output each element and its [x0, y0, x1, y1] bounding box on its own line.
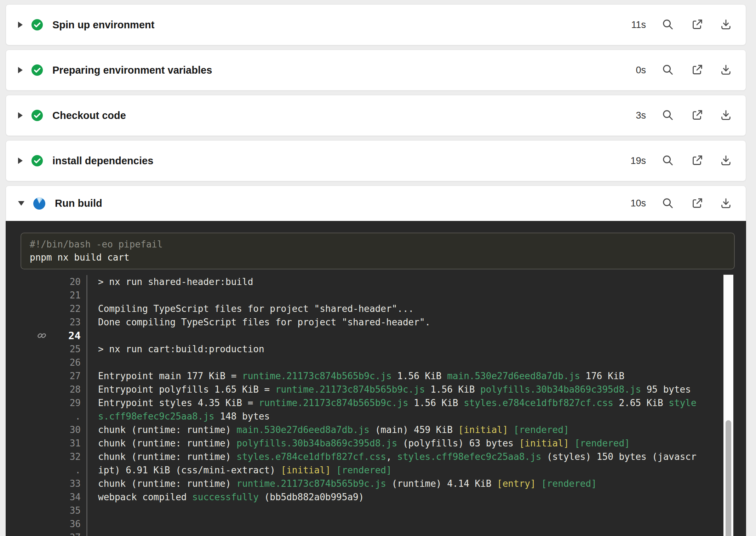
step-duration: 10s — [626, 198, 646, 209]
check-circle-icon — [31, 155, 43, 167]
line-number[interactable]: 23 — [6, 315, 81, 329]
open-in-new-button[interactable] — [690, 196, 704, 211]
line-number[interactable]: 27 — [6, 369, 81, 383]
log-text — [86, 504, 746, 517]
line-number[interactable]: 33 — [6, 477, 81, 490]
search-logs-button[interactable] — [661, 63, 675, 77]
log-text — [86, 329, 746, 342]
log-text: Entrypoint styles 4.35 KiB = runtime.211… — [86, 396, 746, 410]
terminal-scrollbar-track[interactable] — [723, 275, 733, 536]
log-line: 21 — [6, 289, 746, 302]
log-text: chunk (runtime: runtime) polyfills.30b34… — [86, 437, 746, 450]
step-row-spin-up-environment[interactable]: Spin up environment 11s — [6, 4, 746, 45]
check-circle-icon — [31, 109, 43, 121]
log-line: 33chunk (runtime: runtime) runtime.21173… — [6, 477, 746, 490]
download-logs-button[interactable] — [719, 108, 733, 122]
open-in-new-button[interactable] — [690, 63, 704, 77]
open-in-new-button[interactable] — [690, 108, 704, 122]
log-line: 35 — [6, 504, 746, 517]
caret-right-icon — [18, 112, 23, 119]
line-number[interactable]: 30 — [6, 423, 81, 437]
log-line: .ipt) 6.91 KiB (css/mini-extract) [initi… — [6, 463, 746, 477]
open-in-new-button[interactable] — [690, 154, 704, 168]
line-number[interactable]: 32 — [6, 450, 81, 463]
log-text — [86, 289, 746, 302]
download-logs-button[interactable] — [719, 196, 733, 211]
log-lines: 20> nx run shared-header:build2122Compil… — [6, 275, 746, 536]
log-text: Compiling TypeScript files for project "… — [86, 302, 746, 315]
log-text — [86, 356, 746, 369]
log-line: 29Entrypoint styles 4.35 KiB = runtime.2… — [6, 396, 746, 410]
log-text: > nx run cart:build:production — [86, 342, 746, 356]
line-number[interactable]: . — [6, 410, 81, 423]
search-logs-button[interactable] — [661, 196, 675, 211]
log-line: 23Done compiling TypeScript files for pr… — [6, 315, 746, 329]
log-text: s.cff98efec9c25aa8.js 148 bytes — [86, 410, 746, 423]
log-line: 32chunk (runtime: runtime) styles.e784ce… — [6, 450, 746, 463]
search-logs-button[interactable] — [661, 108, 675, 122]
check-circle-icon — [31, 64, 43, 76]
search-logs-button[interactable] — [661, 154, 675, 168]
step-title: install dependencies — [52, 155, 153, 167]
build-steps-page: Spin up environment 11s Preparing enviro… — [0, 4, 756, 536]
log-line: 24 — [6, 329, 746, 342]
line-number[interactable]: 31 — [6, 437, 81, 450]
log-text: Entrypoint main 177 KiB = runtime.21173c… — [86, 369, 746, 383]
line-number[interactable]: 21 — [6, 289, 81, 302]
download-logs-button[interactable] — [719, 18, 733, 32]
line-number[interactable]: 24 — [6, 329, 81, 342]
command-box: #!/bin/bash -eo pipefail pnpm nx build c… — [21, 233, 735, 269]
terminal-output-panel: #!/bin/bash -eo pipefail pnpm nx build c… — [6, 221, 746, 536]
step-duration: 11s — [626, 19, 646, 30]
command-line: pnpm nx build cart — [30, 251, 726, 264]
line-number[interactable]: 26 — [6, 356, 81, 369]
caret-right-icon — [18, 67, 23, 73]
log-text: chunk (runtime: runtime) main.530e27d6ee… — [86, 423, 746, 437]
line-number[interactable]: 28 — [6, 383, 81, 396]
terminal-scrollbar-thumb[interactable] — [726, 420, 731, 536]
step-duration: 3s — [626, 110, 646, 121]
log-line: .s.cff98efec9c25aa8.js 148 bytes — [6, 410, 746, 423]
download-logs-button[interactable] — [719, 154, 733, 168]
step-row-run-build[interactable]: Run build 10s — [6, 186, 746, 221]
log-text: webpack compiled successfully (bb5db882a… — [86, 490, 746, 504]
download-logs-button[interactable] — [719, 63, 733, 77]
line-number[interactable]: 36 — [6, 517, 81, 531]
search-logs-button[interactable] — [661, 18, 675, 32]
log-line: 34webpack compiled successfully (bb5db88… — [6, 490, 746, 504]
step-title: Checkout code — [52, 110, 126, 121]
log-line: 28Entrypoint polyfills 1.65 KiB = runtim… — [6, 383, 746, 396]
shebang-line: #!/bin/bash -eo pipefail — [30, 238, 726, 251]
line-number[interactable]: 34 — [6, 490, 81, 504]
log-text: chunk (runtime: runtime) runtime.21173c8… — [86, 477, 746, 490]
line-number[interactable]: 29 — [6, 396, 81, 410]
caret-right-icon — [18, 22, 23, 28]
log-line: 25> nx run cart:build:production — [6, 342, 746, 356]
line-number[interactable]: 37 — [6, 531, 81, 536]
log-line: 30chunk (runtime: runtime) main.530e27d6… — [6, 423, 746, 437]
log-line: 36 — [6, 517, 746, 531]
line-number[interactable]: . — [6, 463, 81, 477]
caret-right-icon — [18, 158, 23, 164]
log-text: > nx run shared-header:build — [86, 275, 746, 289]
line-number[interactable]: 35 — [6, 504, 81, 517]
step-title: Preparing environment variables — [52, 64, 212, 76]
pie-avatar-icon — [33, 197, 46, 210]
line-number[interactable]: 25 — [6, 342, 81, 356]
step-duration: 0s — [626, 65, 646, 76]
step-duration: 19s — [626, 155, 646, 166]
log-line: 37 — [6, 531, 746, 536]
line-number[interactable]: 20 — [6, 275, 81, 289]
step-title: Run build — [55, 198, 102, 209]
line-number[interactable]: 22 — [6, 302, 81, 315]
log-text: chunk (runtime: runtime) styles.e784ce1d… — [86, 450, 746, 463]
open-in-new-button[interactable] — [690, 18, 704, 32]
step-row-install-dependencies[interactable]: install dependencies 19s — [6, 140, 746, 181]
log-text: Entrypoint polyfills 1.65 KiB = runtime.… — [86, 383, 746, 396]
step-row-preparing-environment-variables[interactable]: Preparing environment variables 0s — [6, 50, 746, 91]
log-line: 22Compiling TypeScript files for project… — [6, 302, 746, 315]
step-row-checkout-code[interactable]: Checkout code 3s — [6, 95, 746, 136]
log-line: 20> nx run shared-header:build — [6, 275, 746, 289]
log-text — [86, 531, 746, 536]
step-group-run-build: Run build 10s #!/bin/bash -eo pipefail p… — [6, 186, 746, 536]
